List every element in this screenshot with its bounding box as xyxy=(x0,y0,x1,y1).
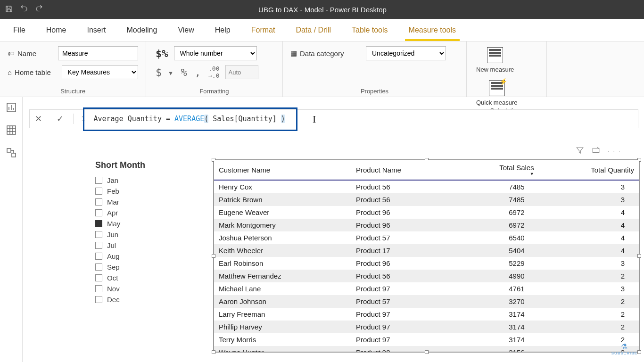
redo-button[interactable] xyxy=(35,5,43,15)
name-input[interactable] xyxy=(58,46,138,60)
checkbox-icon xyxy=(95,177,102,184)
checkbox-icon xyxy=(95,198,102,206)
format-sym-icon: $% xyxy=(154,48,170,59)
svg-rect-2 xyxy=(7,148,11,152)
slicer-item-label: Oct xyxy=(107,274,118,282)
slicer-title: Short Month xyxy=(95,160,190,170)
filter-icon[interactable] xyxy=(576,146,584,156)
checkbox-icon xyxy=(95,188,102,195)
slicer-item-label: Mar xyxy=(107,198,119,206)
column-header[interactable]: Product Name xyxy=(351,160,455,180)
resize-handle[interactable] xyxy=(212,254,215,258)
focus-mode-icon[interactable] xyxy=(592,146,600,156)
tab-measure-tools[interactable]: Measure tools xyxy=(398,19,467,41)
thousand-button[interactable]: , xyxy=(193,66,203,78)
report-view-icon[interactable] xyxy=(6,102,17,113)
table-row[interactable]: Michael LaneProduct 9747613 xyxy=(214,282,639,295)
formula-input[interactable]: Average Quantity = AVERAGE( Sales[Quanti… xyxy=(90,112,638,126)
slicer-short-month: Short Month JanFebMarAprMayJunJulAugSepO… xyxy=(95,160,190,305)
checkbox-icon xyxy=(95,220,102,227)
slicer-item-label: Aug xyxy=(107,252,120,260)
home-table-select[interactable]: Key Measures xyxy=(62,65,138,79)
percent-button[interactable]: % xyxy=(179,66,189,78)
resize-handle[interactable] xyxy=(637,350,641,354)
slicer-item[interactable]: Jul xyxy=(95,240,190,251)
checkbox-icon xyxy=(95,209,102,216)
tab-file[interactable]: File xyxy=(3,19,36,41)
slicer-item-label: Sep xyxy=(107,263,120,271)
slicer-item-label: Feb xyxy=(107,187,119,195)
slicer-item-label: Jun xyxy=(107,230,118,239)
column-header[interactable]: Total Sales▼ xyxy=(455,160,538,180)
slicer-item[interactable]: Jan xyxy=(95,175,190,186)
new-measure-button[interactable]: New measure xyxy=(474,46,516,74)
table-row[interactable]: Larry FreemanProduct 9731742 xyxy=(214,308,639,321)
calculator-icon xyxy=(487,47,503,63)
table-row[interactable]: Keith WheelerProduct 1754044 xyxy=(214,244,639,257)
resize-handle[interactable] xyxy=(212,350,215,354)
svg-rect-1 xyxy=(7,126,16,134)
model-view-icon[interactable] xyxy=(6,147,17,158)
table-visual[interactable]: Customer NameProduct NameTotal Sales▼Tot… xyxy=(213,159,640,353)
resize-handle[interactable] xyxy=(425,350,429,354)
slicer-item[interactable]: Aug xyxy=(95,251,190,262)
undo-button[interactable] xyxy=(20,5,28,15)
checkbox-icon xyxy=(95,253,102,260)
column-header[interactable]: Customer Name xyxy=(214,160,351,180)
slicer-item[interactable]: Feb xyxy=(95,186,190,197)
table-row[interactable]: Matthew FernandezProduct 5649902 xyxy=(214,270,639,282)
tab-table-tools[interactable]: Table tools xyxy=(341,19,398,41)
slicer-item[interactable]: Nov xyxy=(95,283,190,294)
slicer-item[interactable]: Jun xyxy=(95,229,190,240)
decimal-icon[interactable]: .00→.0 xyxy=(206,65,221,79)
slicer-item-label: Apr xyxy=(107,209,118,217)
slicer-item[interactable]: Mar xyxy=(95,197,190,207)
tab-home[interactable]: Home xyxy=(36,19,77,41)
table-row[interactable]: Phillip HarveyProduct 9731742 xyxy=(214,321,639,333)
slicer-item-label: Jan xyxy=(107,176,118,184)
formula-line-number: 1 xyxy=(78,115,85,123)
cancel-formula-button[interactable]: ✕ xyxy=(30,110,47,128)
table-row[interactable]: Aaron JohnsonProduct 5732702 xyxy=(214,295,639,308)
table-row[interactable]: Mark MontgomeryProduct 9669724 xyxy=(214,219,639,231)
quick-measure-button[interactable]: Quick measure xyxy=(474,79,519,107)
slicer-item[interactable]: Apr xyxy=(95,207,190,218)
view-rail xyxy=(0,97,23,362)
tab-insert[interactable]: Insert xyxy=(76,19,116,41)
formula-bar: ✕ ✓ 1 Average Quantity = AVERAGE( Sales[… xyxy=(29,109,638,128)
tab-data-drill[interactable]: Data / Drill xyxy=(285,19,341,41)
resize-handle[interactable] xyxy=(637,254,641,258)
checkbox-icon xyxy=(95,285,102,292)
tab-view[interactable]: View xyxy=(167,19,204,41)
data-category-select[interactable]: Uncategorized xyxy=(366,46,446,60)
currency-button[interactable]: $ ▾ xyxy=(154,66,175,78)
slicer-item[interactable]: May xyxy=(95,218,190,229)
table-row[interactable]: Patrick BrownProduct 5674853 xyxy=(214,193,639,206)
commit-formula-button[interactable]: ✓ xyxy=(51,110,68,128)
table-row[interactable]: Joshua PetersonProduct 5765404 xyxy=(214,231,639,244)
table-row[interactable]: Henry CoxProduct 5674853 xyxy=(214,180,639,193)
slicer-item[interactable]: Dec xyxy=(95,294,190,305)
decimals-spin[interactable] xyxy=(225,65,258,79)
table-row[interactable]: Eugene WeaverProduct 9669724 xyxy=(214,206,639,219)
window-title: UBG to DAX - Model - Power BI Desktop xyxy=(43,6,639,14)
tab-format[interactable]: Format xyxy=(241,19,286,41)
group-structure-label: Structure xyxy=(8,88,138,95)
data-view-icon[interactable] xyxy=(6,124,17,136)
slicer-item-label: May xyxy=(107,220,120,228)
table-row[interactable]: Terry MorrisProduct 9731742 xyxy=(214,333,639,346)
save-button[interactable] xyxy=(5,5,13,15)
table-row[interactable]: Earl RobinsonProduct 9652293 xyxy=(214,257,639,270)
slicer-item[interactable]: Sep xyxy=(95,262,190,272)
data-category-label: Data category xyxy=(300,49,344,58)
tab-modeling[interactable]: Modeling xyxy=(116,19,167,41)
report-canvas[interactable]: · · · Short Month JanFebMarAprMayJunJulA… xyxy=(29,137,638,362)
tab-help[interactable]: Help xyxy=(205,19,241,41)
slicer-item[interactable]: Oct xyxy=(95,272,190,283)
tag-icon: 🏷 xyxy=(8,49,15,58)
group-formatting-label: Formatting xyxy=(154,88,275,95)
column-header[interactable]: Total Quantity xyxy=(539,160,639,180)
slicer-item-label: Dec xyxy=(107,296,120,304)
format-select[interactable]: Whole number xyxy=(174,46,257,60)
more-options-icon[interactable]: · · · xyxy=(608,148,621,155)
